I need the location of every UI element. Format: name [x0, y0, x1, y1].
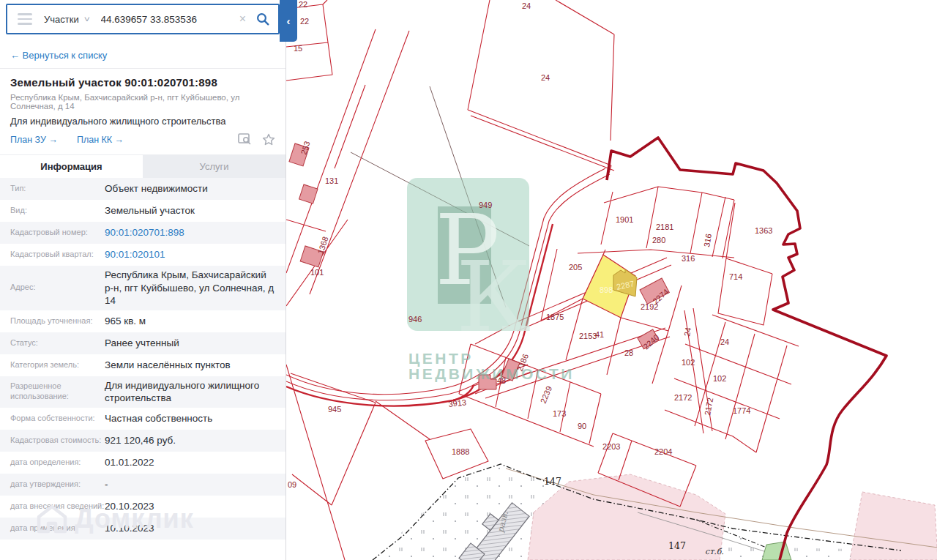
row-label: Кадастровый квартал: [10, 250, 105, 260]
parcel-address: Республика Крым, Бахчисарайский р-н, пгт… [10, 93, 275, 111]
search-icon[interactable] [252, 12, 274, 26]
map-parcel-label: 90 [578, 422, 586, 430]
row-value: Земли населённых пунктов [105, 359, 275, 372]
topo-zone [373, 464, 937, 560]
map-parcel-label: 1368 [316, 236, 329, 255]
row-label: Статус: [10, 338, 105, 348]
row-label: дата применения: [10, 523, 105, 534]
star-icon[interactable] [262, 133, 275, 146]
search-input[interactable] [100, 13, 234, 26]
table-row: Статус:Ранее учтенный [0, 332, 285, 354]
map-canvas[interactable]: Р К ЦЕНТР НЕДВИЖИМОСТИ 22221524242531311… [285, 0, 937, 560]
chevron-left-icon: ‹ [287, 15, 291, 27]
tab-information[interactable]: Информация [0, 155, 143, 178]
table-row: дата внесения сведений:20.10.2023 [0, 496, 285, 518]
row-value-link[interactable]: 90:01:020101 [105, 248, 275, 261]
table-row: дата определения:01.01.2022 [0, 452, 285, 474]
row-label: Кадастровый номер: [10, 228, 105, 238]
map-parcel-label: 28 [624, 348, 633, 357]
menu-icon[interactable] [18, 13, 32, 25]
row-label: Кадастровая стоимость: [10, 436, 105, 446]
map-parcel-label: 2203 [602, 442, 620, 451]
map-parcel-label: 102 [682, 358, 695, 367]
parcel-header: Земельный участок 90:01:020701:898 Респу… [0, 69, 285, 154]
map-parcel-label: 316 [702, 233, 713, 247]
map-parcel-label: 205 [569, 263, 582, 272]
map-parcel-label: 2153 [579, 332, 597, 340]
row-label: дата утверждения: [10, 479, 105, 490]
watermark-line2: НЕДВИЖИМОСТИ [408, 365, 575, 382]
plan-zu-link[interactable]: План ЗУ → [10, 135, 58, 145]
map-parcel-label: 22 [299, 0, 307, 9]
row-label: дата внесения сведений: [10, 501, 105, 512]
chevron-down-icon: ˅ [84, 15, 90, 23]
row-label: Площадь уточненная: [10, 316, 105, 326]
row-label: Категория земель: [10, 360, 105, 370]
map-parcel-label: 1774 [733, 406, 750, 415]
map-parcel-label: 1901 [616, 215, 633, 224]
row-value: - [105, 478, 275, 491]
map-parcel-label: 102 [713, 374, 726, 383]
table-row: Разрешенное использование:Для индивидуал… [0, 376, 285, 408]
map-parcel-label: 2239 [539, 385, 553, 405]
map-parcel-label: 714 [729, 272, 742, 281]
tab-services[interactable]: Услуги [143, 155, 285, 178]
watermark-letter-k: К [456, 241, 531, 354]
search-box: Участки ˅ × [6, 4, 280, 34]
map-parcel-label: 280 [652, 236, 665, 244]
plan-links-row: План ЗУ → План КК → [10, 133, 275, 149]
row-label: Адрес: [10, 283, 105, 293]
search-type-label: Участки [44, 14, 79, 25]
map-parcel-label: 946 [408, 315, 422, 324]
building-131 [299, 184, 318, 204]
table-row: дата применения:10.10.2023 [0, 518, 285, 540]
row-value: 20.10.2023 [105, 500, 275, 513]
row-value-link[interactable]: 90:01:020701:898 [105, 226, 275, 239]
cadastral-map-app: Р К ЦЕНТР НЕДВИЖИМОСТИ 22221524242531311… [0, 0, 937, 560]
row-label: дата определения: [10, 458, 105, 468]
map-parcel-label: ст.б. [705, 547, 724, 556]
table-row: Вид:Земельный участок [0, 200, 285, 222]
map-parcel-label: 949 [479, 201, 492, 209]
row-value: Республика Крым, Бахчисарайский р-н, пгт… [105, 269, 275, 307]
info-table: Тип:Объект недвижимостиВид:Земельный уча… [0, 178, 285, 540]
map-preview-icon[interactable] [238, 133, 252, 146]
parcel-lines [286, 0, 799, 560]
row-label: Разрешенное использование: [10, 381, 105, 402]
parcel-usage: Для индивидуального жилищного строительс… [10, 116, 275, 127]
row-value: Ранее учтенный [105, 337, 275, 350]
map-parcel-label: 24 [541, 73, 550, 82]
row-value: Для индивидуального жилищного строительс… [105, 379, 275, 405]
map-parcel-label: 09 [288, 480, 296, 489]
map-parcel-label: 253 [299, 140, 311, 155]
map-parcel-label: 1363 [755, 226, 772, 235]
table-row: Форма собственности:Частная собственност… [0, 408, 285, 430]
map-svg: Р К ЦЕНТР НЕДВИЖИМОСТИ 22221524242531311… [286, 0, 937, 560]
map-parcel-label: 2204 [654, 447, 672, 456]
clear-search-icon[interactable]: × [239, 12, 246, 26]
map-parcel-label: 1888 [452, 447, 469, 456]
watermark-line1: ЦЕНТР [408, 350, 474, 367]
map-parcel-label: 2172 [674, 393, 692, 402]
table-row: Кадастровый номер:90:01:020701:898 [0, 222, 285, 244]
table-row: Площадь уточненная:965 кв. м [0, 310, 285, 332]
sidebar-collapse-button[interactable]: ‹ [280, 0, 297, 42]
map-parcel-label: 3913 [448, 397, 467, 408]
row-value: 01.01.2022 [105, 456, 275, 469]
map-parcel-label: 41 [595, 330, 604, 339]
row-value: Земельный участок [105, 204, 275, 217]
table-row: Адрес:Республика Крым, Бахчисарайский р-… [0, 266, 285, 310]
map-parcel-label: 24 [522, 1, 531, 10]
row-label: Форма собственности: [10, 414, 105, 424]
map-parcel-label: 131 [325, 176, 338, 185]
row-value: 10.10.2023 [105, 522, 275, 535]
search-bar: ‹ Участки ˅ × [0, 0, 285, 42]
plan-kk-link[interactable]: План КК → [77, 135, 124, 145]
search-type-select[interactable]: Участки ˅ [44, 14, 89, 25]
map-parcel-label: 2181 [656, 223, 673, 231]
tab-bar: Информация Услуги [0, 154, 285, 178]
table-row: дата утверждения:- [0, 474, 285, 496]
map-parcel-label: 15 [294, 44, 302, 53]
back-to-list-link[interactable]: ← Вернуться к списку [10, 50, 107, 61]
table-row: Кадастровый квартал:90:01:020101 [0, 244, 285, 266]
